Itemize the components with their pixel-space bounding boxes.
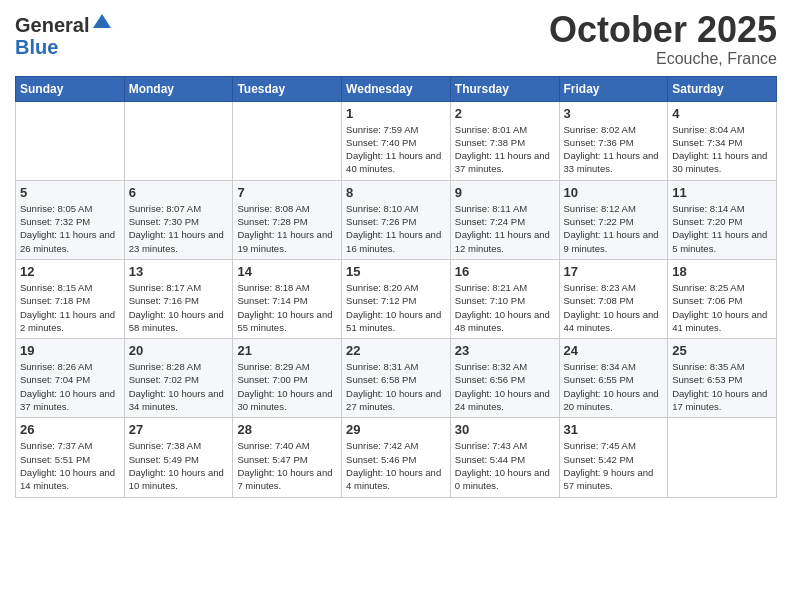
calendar-cell: 18Sunrise: 8:25 AM Sunset: 7:06 PM Dayli…	[668, 259, 777, 338]
calendar-week-4: 19Sunrise: 8:26 AM Sunset: 7:04 PM Dayli…	[16, 339, 777, 418]
calendar-cell: 26Sunrise: 7:37 AM Sunset: 5:51 PM Dayli…	[16, 418, 125, 497]
calendar-cell: 22Sunrise: 8:31 AM Sunset: 6:58 PM Dayli…	[342, 339, 451, 418]
day-info: Sunrise: 7:43 AM Sunset: 5:44 PM Dayligh…	[455, 439, 555, 492]
calendar-cell: 20Sunrise: 8:28 AM Sunset: 7:02 PM Dayli…	[124, 339, 233, 418]
day-info: Sunrise: 7:59 AM Sunset: 7:40 PM Dayligh…	[346, 123, 446, 176]
weekday-header-friday: Friday	[559, 76, 668, 101]
day-info: Sunrise: 8:31 AM Sunset: 6:58 PM Dayligh…	[346, 360, 446, 413]
day-number: 25	[672, 343, 772, 358]
day-info: Sunrise: 8:21 AM Sunset: 7:10 PM Dayligh…	[455, 281, 555, 334]
day-number: 15	[346, 264, 446, 279]
day-info: Sunrise: 8:07 AM Sunset: 7:30 PM Dayligh…	[129, 202, 229, 255]
day-number: 13	[129, 264, 229, 279]
calendar-cell	[233, 101, 342, 180]
day-info: Sunrise: 8:15 AM Sunset: 7:18 PM Dayligh…	[20, 281, 120, 334]
day-info: Sunrise: 8:12 AM Sunset: 7:22 PM Dayligh…	[564, 202, 664, 255]
day-number: 28	[237, 422, 337, 437]
day-number: 24	[564, 343, 664, 358]
calendar-cell: 21Sunrise: 8:29 AM Sunset: 7:00 PM Dayli…	[233, 339, 342, 418]
day-number: 18	[672, 264, 772, 279]
calendar-cell: 19Sunrise: 8:26 AM Sunset: 7:04 PM Dayli…	[16, 339, 125, 418]
day-info: Sunrise: 8:26 AM Sunset: 7:04 PM Dayligh…	[20, 360, 120, 413]
day-number: 6	[129, 185, 229, 200]
day-info: Sunrise: 8:23 AM Sunset: 7:08 PM Dayligh…	[564, 281, 664, 334]
calendar-cell: 9Sunrise: 8:11 AM Sunset: 7:24 PM Daylig…	[450, 180, 559, 259]
month-title: October 2025	[549, 10, 777, 50]
day-number: 4	[672, 106, 772, 121]
day-info: Sunrise: 8:10 AM Sunset: 7:26 PM Dayligh…	[346, 202, 446, 255]
calendar-week-3: 12Sunrise: 8:15 AM Sunset: 7:18 PM Dayli…	[16, 259, 777, 338]
day-number: 19	[20, 343, 120, 358]
day-number: 10	[564, 185, 664, 200]
day-info: Sunrise: 8:34 AM Sunset: 6:55 PM Dayligh…	[564, 360, 664, 413]
calendar-cell: 16Sunrise: 8:21 AM Sunset: 7:10 PM Dayli…	[450, 259, 559, 338]
calendar-cell: 31Sunrise: 7:45 AM Sunset: 5:42 PM Dayli…	[559, 418, 668, 497]
day-number: 12	[20, 264, 120, 279]
day-info: Sunrise: 7:37 AM Sunset: 5:51 PM Dayligh…	[20, 439, 120, 492]
calendar-cell: 27Sunrise: 7:38 AM Sunset: 5:49 PM Dayli…	[124, 418, 233, 497]
day-info: Sunrise: 8:05 AM Sunset: 7:32 PM Dayligh…	[20, 202, 120, 255]
day-info: Sunrise: 8:29 AM Sunset: 7:00 PM Dayligh…	[237, 360, 337, 413]
calendar-cell: 17Sunrise: 8:23 AM Sunset: 7:08 PM Dayli…	[559, 259, 668, 338]
logo: General Blue	[15, 10, 113, 58]
day-info: Sunrise: 8:18 AM Sunset: 7:14 PM Dayligh…	[237, 281, 337, 334]
calendar: SundayMondayTuesdayWednesdayThursdayFrid…	[15, 76, 777, 498]
day-number: 7	[237, 185, 337, 200]
calendar-cell: 7Sunrise: 8:08 AM Sunset: 7:28 PM Daylig…	[233, 180, 342, 259]
page: General Blue October 2025 Ecouche, Franc…	[0, 0, 792, 508]
calendar-body: 1Sunrise: 7:59 AM Sunset: 7:40 PM Daylig…	[16, 101, 777, 497]
day-number: 23	[455, 343, 555, 358]
day-info: Sunrise: 8:28 AM Sunset: 7:02 PM Dayligh…	[129, 360, 229, 413]
calendar-cell: 8Sunrise: 8:10 AM Sunset: 7:26 PM Daylig…	[342, 180, 451, 259]
calendar-cell: 6Sunrise: 8:07 AM Sunset: 7:30 PM Daylig…	[124, 180, 233, 259]
day-number: 11	[672, 185, 772, 200]
calendar-week-2: 5Sunrise: 8:05 AM Sunset: 7:32 PM Daylig…	[16, 180, 777, 259]
calendar-cell: 29Sunrise: 7:42 AM Sunset: 5:46 PM Dayli…	[342, 418, 451, 497]
weekday-header-monday: Monday	[124, 76, 233, 101]
day-number: 5	[20, 185, 120, 200]
day-number: 3	[564, 106, 664, 121]
day-number: 2	[455, 106, 555, 121]
weekday-header-saturday: Saturday	[668, 76, 777, 101]
logo-blue-text: Blue	[15, 36, 113, 58]
title-block: October 2025 Ecouche, France	[549, 10, 777, 68]
calendar-week-5: 26Sunrise: 7:37 AM Sunset: 5:51 PM Dayli…	[16, 418, 777, 497]
calendar-cell: 2Sunrise: 8:01 AM Sunset: 7:38 PM Daylig…	[450, 101, 559, 180]
calendar-cell: 30Sunrise: 7:43 AM Sunset: 5:44 PM Dayli…	[450, 418, 559, 497]
weekday-row: SundayMondayTuesdayWednesdayThursdayFrid…	[16, 76, 777, 101]
day-number: 1	[346, 106, 446, 121]
calendar-cell	[668, 418, 777, 497]
calendar-cell: 11Sunrise: 8:14 AM Sunset: 7:20 PM Dayli…	[668, 180, 777, 259]
day-info: Sunrise: 8:02 AM Sunset: 7:36 PM Dayligh…	[564, 123, 664, 176]
calendar-week-1: 1Sunrise: 7:59 AM Sunset: 7:40 PM Daylig…	[16, 101, 777, 180]
calendar-cell: 28Sunrise: 7:40 AM Sunset: 5:47 PM Dayli…	[233, 418, 342, 497]
weekday-header-wednesday: Wednesday	[342, 76, 451, 101]
day-info: Sunrise: 8:01 AM Sunset: 7:38 PM Dayligh…	[455, 123, 555, 176]
day-number: 31	[564, 422, 664, 437]
day-number: 9	[455, 185, 555, 200]
day-number: 20	[129, 343, 229, 358]
calendar-cell	[124, 101, 233, 180]
logo-blue-label: Blue	[15, 36, 58, 58]
day-info: Sunrise: 8:14 AM Sunset: 7:20 PM Dayligh…	[672, 202, 772, 255]
calendar-cell: 5Sunrise: 8:05 AM Sunset: 7:32 PM Daylig…	[16, 180, 125, 259]
logo-text: General	[15, 10, 113, 36]
calendar-cell: 12Sunrise: 8:15 AM Sunset: 7:18 PM Dayli…	[16, 259, 125, 338]
day-number: 26	[20, 422, 120, 437]
day-number: 17	[564, 264, 664, 279]
day-info: Sunrise: 7:40 AM Sunset: 5:47 PM Dayligh…	[237, 439, 337, 492]
calendar-cell: 10Sunrise: 8:12 AM Sunset: 7:22 PM Dayli…	[559, 180, 668, 259]
day-info: Sunrise: 8:04 AM Sunset: 7:34 PM Dayligh…	[672, 123, 772, 176]
day-info: Sunrise: 7:45 AM Sunset: 5:42 PM Dayligh…	[564, 439, 664, 492]
weekday-header-sunday: Sunday	[16, 76, 125, 101]
day-info: Sunrise: 8:08 AM Sunset: 7:28 PM Dayligh…	[237, 202, 337, 255]
day-info: Sunrise: 8:20 AM Sunset: 7:12 PM Dayligh…	[346, 281, 446, 334]
calendar-cell: 4Sunrise: 8:04 AM Sunset: 7:34 PM Daylig…	[668, 101, 777, 180]
day-info: Sunrise: 7:42 AM Sunset: 5:46 PM Dayligh…	[346, 439, 446, 492]
logo-icon	[91, 10, 113, 32]
day-number: 29	[346, 422, 446, 437]
calendar-cell: 15Sunrise: 8:20 AM Sunset: 7:12 PM Dayli…	[342, 259, 451, 338]
day-number: 22	[346, 343, 446, 358]
calendar-cell: 14Sunrise: 8:18 AM Sunset: 7:14 PM Dayli…	[233, 259, 342, 338]
day-info: Sunrise: 8:11 AM Sunset: 7:24 PM Dayligh…	[455, 202, 555, 255]
